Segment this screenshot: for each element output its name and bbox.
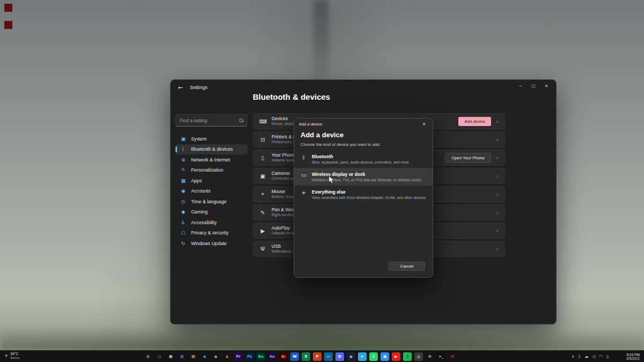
bluetooth-icon: ᛒ <box>180 146 186 152</box>
desktop-marker-bottom <box>4 21 12 29</box>
after-effects-icon[interactable]: Ae <box>268 352 276 361</box>
word-icon[interactable]: W <box>290 352 299 361</box>
cancel-button[interactable]: Cancel <box>389 262 425 271</box>
chevron-right-icon: › <box>496 173 499 179</box>
close-icon[interactable]: ✕ <box>540 81 553 91</box>
settings-gear-icon[interactable]: ⚙ <box>426 352 434 361</box>
printer-icon: ⊟ <box>259 137 266 143</box>
sidebar-item-label: Apps <box>191 178 202 183</box>
option-description: Mice, keyboards, pens, audio devices, co… <box>312 160 409 164</box>
chevron-right-icon: › <box>496 228 499 234</box>
sidebar-item-label: Personalization <box>191 167 223 173</box>
add-device-button[interactable]: Add device <box>458 117 491 126</box>
terminal-icon[interactable]: >_ <box>437 352 445 361</box>
vscode-icon[interactable]: ‹› <box>324 352 333 361</box>
sidebar-item-windows-update[interactable]: ↻ Windows Update <box>175 238 247 248</box>
gaming-icon: ◆ <box>180 209 186 215</box>
premiere-icon[interactable]: Pr <box>234 352 243 361</box>
network-icon[interactable]: ◠ <box>599 354 603 359</box>
clock-icon: ◷ <box>180 199 186 204</box>
task-view-icon[interactable]: ▦ <box>166 352 175 361</box>
dialog-close-icon[interactable]: ✕ <box>420 122 428 127</box>
spotify-icon[interactable]: ♫ <box>403 352 412 361</box>
option-description: Xbox controllers with Xbox Wireless Adap… <box>312 196 426 200</box>
display-icon: ▭ <box>301 172 307 178</box>
discord-icon[interactable]: D <box>335 352 344 361</box>
whatsapp-icon[interactable]: ✆ <box>369 352 378 361</box>
maximize-icon[interactable]: ▢ <box>527 81 540 91</box>
settings-sidebar: ▣ System ᛒ Bluetooth & devices ⊕ Network… <box>171 95 252 324</box>
illustrator-icon[interactable]: Ai <box>279 352 288 361</box>
bluetooth-icon[interactable]: ᛒ <box>579 354 581 359</box>
hidden-icons-icon[interactable]: ∧ <box>572 354 575 359</box>
taskbar-clock[interactable]: 5:23 PM 4/5/2022 <box>626 353 640 360</box>
window-titlebar: ← Settings <box>171 80 556 95</box>
sidebar-item-personalization[interactable]: ✎ Personalization <box>175 165 247 175</box>
plus-icon: + <box>301 190 307 196</box>
window-title: Settings <box>190 85 208 90</box>
sidebar-item-label: Gaming <box>191 209 208 215</box>
search-input[interactable] <box>180 118 239 123</box>
dialog-option-bluetooth[interactable]: ᛒ Bluetooth Mice, keyboards, pens, audio… <box>294 150 433 168</box>
audition-icon[interactable]: Au <box>257 352 265 361</box>
desktop-marker-top <box>4 4 12 12</box>
sidebar-item-privacy-security[interactable]: ☖ Privacy & security <box>175 228 247 238</box>
mouse-icon: ⌖ <box>259 191 266 197</box>
excel-icon[interactable]: X <box>302 352 310 361</box>
search-icon <box>239 119 244 123</box>
onedrive-icon[interactable]: ☁ <box>584 354 589 359</box>
chevron-right-icon: › <box>496 191 499 197</box>
youtube-icon[interactable]: ▶ <box>392 352 400 361</box>
chevron-right-icon: › <box>496 137 499 143</box>
powerpoint-icon[interactable]: P <box>313 352 321 361</box>
edge-icon[interactable]: e <box>200 352 209 361</box>
taskbar-tray-icons: ∧ᛒ☁◁◠▯ <box>572 354 609 359</box>
file-explorer-icon[interactable]: ▤ <box>189 352 197 361</box>
settings-search-box[interactable] <box>175 114 247 127</box>
zoom-icon[interactable]: ▣ <box>380 352 389 361</box>
system-icon: ▣ <box>180 136 186 142</box>
sidebar-item-label: Network & internet <box>191 157 230 162</box>
dialog-option-wireless-display[interactable]: ▭ Wireless display or dock Wireless moni… <box>294 168 433 186</box>
sidebar-item-label: System <box>191 136 207 142</box>
accessibility-icon: ♿ <box>180 220 186 225</box>
accounts-icon: ◉ <box>180 188 186 194</box>
obs-icon[interactable]: ◎ <box>414 352 423 361</box>
chrome-icon[interactable]: ◉ <box>211 352 220 361</box>
sidebar-item-network-internet[interactable]: ⊕ Network & internet <box>175 154 247 165</box>
personalization-icon: ✎ <box>180 167 186 173</box>
photoshop-icon[interactable]: Ps <box>245 352 254 361</box>
bluetooth-icon: ᛒ <box>301 154 307 160</box>
sidebar-item-accessibility[interactable]: ♿ Accessibility <box>175 217 247 227</box>
sidebar-item-bluetooth-devices[interactable]: ᛒ Bluetooth & devices <box>175 144 247 154</box>
usb-icon: Ψ <box>259 246 266 252</box>
chevron-right-icon: › <box>496 246 499 252</box>
clock-date: 4/5/2022 <box>626 357 640 360</box>
sidebar-item-accounts[interactable]: ◉ Accounts <box>175 186 247 196</box>
open-your-phone-button[interactable]: Open Your Phone <box>445 153 491 163</box>
telegram-icon[interactable]: ➤ <box>358 352 367 361</box>
minimize-icon[interactable]: ─ <box>514 81 527 91</box>
widgets-icon[interactable]: ▥ <box>178 352 186 361</box>
battery-icon[interactable]: ▯ <box>606 354 609 359</box>
taskbar-weather-widget[interactable]: ☀ 34°C Sunny <box>4 352 20 359</box>
camera-icon: ▣ <box>259 173 266 179</box>
sidebar-item-label: Bluetooth & devices <box>191 146 233 152</box>
dialog-option-everything-else[interactable]: + Everything else Xbox controllers with … <box>294 186 433 203</box>
sidebar-item-gaming[interactable]: ◆ Gaming <box>175 207 247 217</box>
desktop: ← Settings ─ ▢ ✕ ▣ System ᛒ Bluetooth & … <box>0 0 644 362</box>
start-icon[interactable]: ⊞ <box>144 352 152 361</box>
sidebar-item-time-language[interactable]: ◷ Time & language <box>175 196 247 206</box>
steam-icon[interactable]: ◉ <box>347 352 355 361</box>
firefox-icon[interactable]: ◗ <box>223 352 231 361</box>
netflix-icon[interactable]: N <box>448 352 457 361</box>
mouse-cursor <box>328 175 334 184</box>
search-icon[interactable]: ○ <box>155 352 164 361</box>
add-device-dialog: Add a device ✕ Add a device Choose the k… <box>294 118 433 278</box>
sidebar-item-apps[interactable]: ▦ Apps <box>175 175 247 186</box>
volume-icon[interactable]: ◁ <box>592 354 596 359</box>
sidebar-item-label: Accounts <box>191 188 210 194</box>
sidebar-item-system[interactable]: ▣ System <box>175 134 247 144</box>
sidebar-item-label: Windows Update <box>191 241 227 246</box>
back-icon[interactable]: ← <box>176 84 185 91</box>
